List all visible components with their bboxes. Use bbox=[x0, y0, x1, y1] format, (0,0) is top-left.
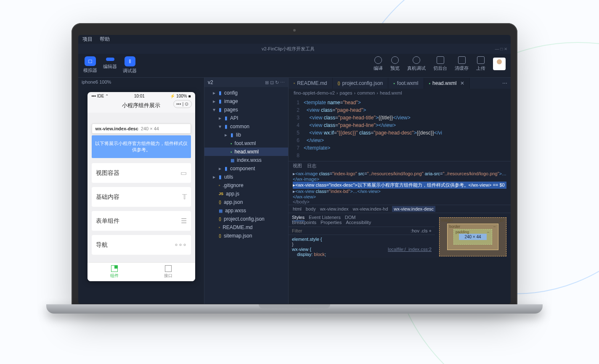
style-tabs[interactable]: StylesEvent ListenersDOM BreakpointsProp… bbox=[289, 213, 435, 227]
tree-API[interactable]: ▸▮API bbox=[204, 114, 288, 122]
toolbar-action-3[interactable]: 切后台 bbox=[433, 56, 447, 71]
menu-project[interactable]: 项目 bbox=[82, 36, 93, 42]
dom-breadcrumb[interactable]: htmlbodywx-view.indexwx-view.index-hdwx-… bbox=[289, 205, 511, 213]
devtools-top-tabs[interactable]: 视图日志 bbox=[289, 161, 511, 170]
capsule-button[interactable]: ••• | ⊙ bbox=[173, 100, 192, 108]
style-filter-input[interactable] bbox=[289, 227, 407, 235]
editor-tab-1[interactable]: {}project.config.json bbox=[333, 78, 389, 89]
toolbar-action-1[interactable]: 预览 bbox=[390, 56, 400, 71]
tree-pages[interactable]: ▾▮pages bbox=[204, 106, 288, 114]
tree-index.wxss[interactable]: ▦index.wxss bbox=[204, 156, 288, 164]
tree-image[interactable]: ▸▮image bbox=[204, 97, 288, 106]
editor-tab-0[interactable]: ▫README.md bbox=[289, 78, 333, 89]
dom-tree[interactable]: ▸<wx-image class="index-logo" src="../re… bbox=[289, 170, 511, 205]
simulator-device[interactable]: iphone6 100% bbox=[78, 78, 204, 86]
explorer-actions[interactable]: ⊞ ⊡ ↻ ⋯ bbox=[265, 80, 285, 85]
tree-.gitignore[interactable]: ▫.gitignore bbox=[204, 181, 288, 190]
tab-components[interactable]: 组件 bbox=[87, 263, 141, 281]
menu-help[interactable]: 帮助 bbox=[100, 36, 110, 42]
component-category-3[interactable]: 导航∘∘∘ bbox=[92, 235, 191, 255]
laptop-frame: 项目 帮助 v2-FinClip小程序开发工具 — □ ✕ □模拟器 编辑器 ⫴… bbox=[72, 23, 517, 314]
component-category-1[interactable]: 基础内容𝕋 bbox=[92, 187, 191, 207]
box-model: margin 10 border – padding – 240 × 4 bbox=[435, 213, 511, 258]
window-controls[interactable]: — □ ✕ bbox=[495, 47, 507, 51]
phone-preview: ••• IDE ⌃ 10:01 ⚡ 100% ■ 小程序组件展示 ••• | ⊙… bbox=[87, 92, 195, 281]
tree-README.md[interactable]: ▫README.md bbox=[204, 223, 288, 232]
titlebar: v2-FinClip小程序开发工具 — □ ✕ bbox=[78, 44, 511, 54]
avatar[interactable] bbox=[493, 58, 506, 70]
explorer-root[interactable]: v2 bbox=[208, 79, 213, 85]
tree-project.config.json[interactable]: {}project.config.json bbox=[204, 215, 288, 223]
toolbar-mode-0[interactable]: □模拟器 bbox=[83, 56, 97, 74]
editor-tabs: ▫README.md {}project.config.json ▪foot.w… bbox=[289, 78, 511, 89]
file-explorer: v2 ⊞ ⊡ ↻ ⋯ ▸▮config ▸▮image ▾▮pages ▸▮AP… bbox=[204, 78, 289, 304]
toolbar-action-5[interactable]: 上传 bbox=[476, 56, 485, 71]
editor-tab-2[interactable]: ▪foot.wxml bbox=[388, 78, 424, 89]
app-window: 项目 帮助 v2-FinClip小程序开发工具 — □ ✕ □模拟器 编辑器 ⫴… bbox=[78, 35, 511, 304]
style-rules[interactable]: element.style {}</span><span class="rule… bbox=[289, 235, 435, 258]
toolbar: □模拟器 编辑器 ⫴调试器 编译 预览 真机调试 切后台 清缓存 上传 bbox=[78, 54, 511, 78]
toolbar-mode-2[interactable]: ⫴调试器 bbox=[123, 56, 137, 74]
editor-pane: ▫README.md {}project.config.json ▪foot.w… bbox=[289, 78, 511, 304]
tree-lib[interactable]: ▸▮lib bbox=[204, 131, 288, 139]
highlighted-element[interactable]: 以下将展示小程序官方组件能力，组件样式仅供参考。 bbox=[92, 135, 191, 158]
phone-statusbar: ••• IDE ⌃ 10:01 ⚡ 100% ■ bbox=[87, 92, 195, 100]
code-area[interactable]: 1<template name="head">2 <view class="pa… bbox=[289, 97, 511, 161]
phone-tabbar: 组件 接口 bbox=[87, 262, 195, 281]
component-category-2[interactable]: 表单组件☰ bbox=[92, 211, 191, 231]
tree-config[interactable]: ▸▮config bbox=[204, 89, 288, 97]
inspect-tooltip: wx-view.index-desc240 × 44 bbox=[92, 124, 191, 134]
tree-head.wxml[interactable]: ▪head.wxml bbox=[204, 148, 288, 156]
tree-app.json[interactable]: {}app.json bbox=[204, 198, 288, 206]
tree-utils[interactable]: ▸▮utils bbox=[204, 173, 288, 181]
tree-component[interactable]: ▸▮component bbox=[204, 164, 288, 173]
menubar: 项目 帮助 bbox=[78, 35, 511, 44]
toolbar-action-2[interactable]: 真机调试 bbox=[407, 56, 426, 71]
tree-common[interactable]: ▾▮common bbox=[204, 122, 288, 131]
breadcrumbs[interactable]: fino-applet-demo-v2›pages›common›head.wx… bbox=[289, 89, 511, 97]
style-filter-buttons[interactable]: :hov .cls + bbox=[407, 227, 435, 235]
tree-foot.wxml[interactable]: ▪foot.wxml bbox=[204, 139, 288, 148]
tree-app.js[interactable]: JSapp.js bbox=[204, 190, 288, 198]
simulator-pane: iphone6 100% ••• IDE ⌃ 10:01 ⚡ 100% ■ 小程… bbox=[78, 78, 204, 304]
toolbar-action-0[interactable]: 编译 bbox=[374, 56, 383, 71]
toolbar-mode-1[interactable]: 编辑器 bbox=[103, 56, 117, 74]
phone-title: 小程序组件展示 ••• | ⊙ bbox=[87, 100, 195, 113]
devtools-panel: 视图日志 ▸<wx-image class="index-logo" src="… bbox=[289, 161, 511, 258]
app-title: v2-FinClip小程序开发工具 bbox=[82, 46, 495, 52]
component-category-0[interactable]: 视图容器▭ bbox=[92, 163, 191, 183]
tabs-more[interactable]: ⋯ bbox=[499, 80, 511, 86]
tree-app.wxss[interactable]: ▦app.wxss bbox=[204, 206, 288, 215]
tree-sitemap.json[interactable]: {}sitemap.json bbox=[204, 232, 288, 240]
camera-dot bbox=[293, 29, 296, 32]
tab-api[interactable]: 接口 bbox=[141, 263, 195, 281]
toolbar-action-4[interactable]: 清缓存 bbox=[455, 56, 469, 71]
editor-tab-3[interactable]: ▪head.wxml✕ bbox=[424, 78, 470, 89]
